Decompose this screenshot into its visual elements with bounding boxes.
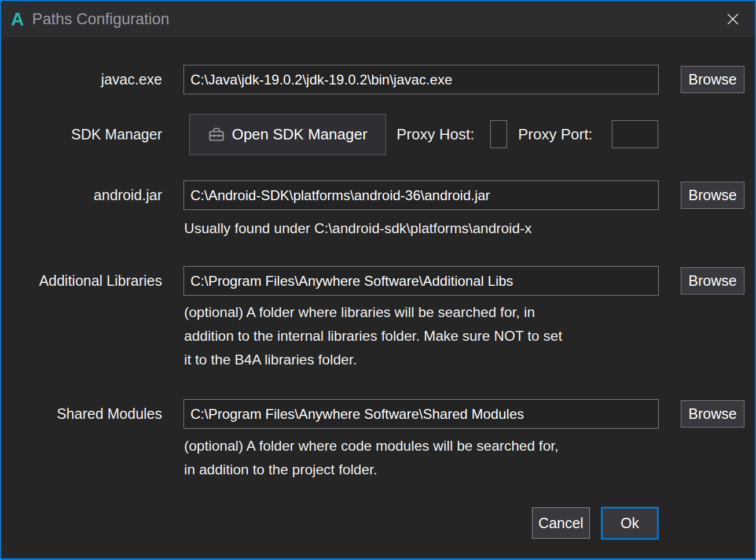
open-sdk-manager-label: Open SDK Manager bbox=[232, 126, 367, 143]
additional-libraries-hint: (optional) A folder where libraries will… bbox=[184, 300, 665, 371]
javac-browse-button[interactable]: Browse bbox=[681, 66, 744, 93]
paths-configuration-dialog: A Paths Configuration javac.exe Browse S… bbox=[0, 0, 756, 560]
shared-modules-label: Shared Modules bbox=[1, 399, 162, 429]
window-title: Paths Configuration bbox=[32, 10, 169, 28]
shared-modules-browse-button[interactable]: Browse bbox=[681, 400, 744, 428]
proxy-port-label: Proxy Port: bbox=[518, 114, 593, 155]
proxy-port-input[interactable] bbox=[612, 120, 658, 148]
hint-line: in addition to the project folder. bbox=[184, 458, 665, 481]
shared-modules-hint: (optional) A folder where code modules w… bbox=[184, 434, 665, 481]
android-jar-hint: Usually found under C:\android-sdk\platf… bbox=[184, 216, 665, 240]
open-sdk-manager-button[interactable]: Open SDK Manager bbox=[189, 114, 386, 155]
javac-label: javac.exe bbox=[1, 65, 162, 94]
close-button[interactable] bbox=[719, 5, 747, 33]
additional-libraries-browse-button[interactable]: Browse bbox=[681, 267, 744, 294]
toolbox-icon bbox=[208, 127, 225, 143]
proxy-host-label: Proxy Host: bbox=[397, 114, 474, 155]
proxy-host-input[interactable] bbox=[490, 120, 507, 148]
additional-libraries-path-input[interactable] bbox=[184, 266, 659, 296]
android-jar-path-input[interactable] bbox=[184, 180, 659, 210]
cancel-button[interactable]: Cancel bbox=[532, 507, 590, 539]
close-icon bbox=[725, 11, 741, 27]
titlebar: A Paths Configuration bbox=[1, 1, 755, 37]
android-jar-browse-button[interactable]: Browse bbox=[681, 182, 744, 209]
shared-modules-path-input[interactable] bbox=[184, 399, 659, 429]
hint-line: addition to the internal libraries folde… bbox=[184, 324, 665, 348]
javac-path-input[interactable] bbox=[184, 65, 659, 94]
ok-button[interactable]: Ok bbox=[601, 507, 659, 540]
sdk-manager-label: SDK Manager bbox=[1, 114, 162, 155]
hint-line: it to the B4A libraries folder. bbox=[184, 348, 665, 371]
hint-line: (optional) A folder where libraries will… bbox=[184, 300, 665, 324]
android-jar-label: android.jar bbox=[1, 180, 162, 210]
additional-libraries-label: Additional Libraries bbox=[1, 266, 162, 296]
app-logo: A bbox=[11, 10, 24, 28]
hint-line: (optional) A folder where code modules w… bbox=[184, 434, 665, 458]
